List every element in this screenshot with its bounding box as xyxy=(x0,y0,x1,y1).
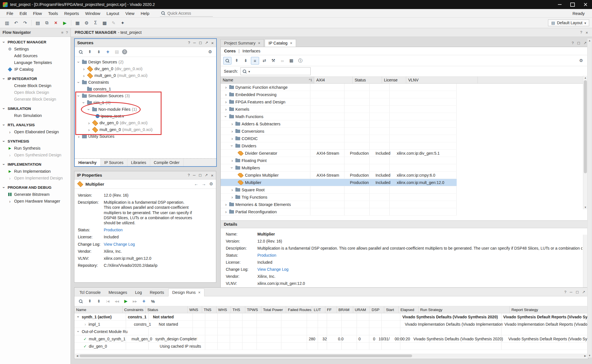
flownav-section-project-manager[interactable]: PROJECT MANAGER xyxy=(0,39,70,46)
restore-defaults-icon[interactable] xyxy=(260,57,268,64)
customize-icon[interactable] xyxy=(270,57,277,64)
catalog-row-divider-generator[interactable]: Divider Generator AXI4-Stream Production… xyxy=(221,150,457,157)
column-tns[interactable]: TNS xyxy=(202,306,217,313)
subtab-interfaces[interactable]: Interfaces xyxy=(242,49,260,53)
delete-icon[interactable] xyxy=(52,19,60,27)
scroll-up-icon[interactable]: ▲ xyxy=(583,76,587,79)
catalog-category-math-functions[interactable]: Math Functions xyxy=(221,113,457,120)
flownav-item-open-implemented-design[interactable]: Open Implemented Design xyxy=(0,175,70,181)
close-icon[interactable] xyxy=(211,41,214,45)
tab-design-runs[interactable]: Design Runs xyxy=(168,288,204,296)
scroll-up-icon[interactable]: ▲ xyxy=(587,39,592,42)
reports-icon[interactable] xyxy=(34,19,42,27)
column-tpws[interactable]: TPWS xyxy=(245,306,261,313)
step-back-icon[interactable] xyxy=(113,298,121,305)
workspace-scrollbar[interactable]: ▲ ▼ xyxy=(587,38,592,358)
flownav-item-generate-bitstream[interactable]: Generate Bitstream xyxy=(0,191,70,198)
catalog-category-multipliers[interactable]: Multipliers xyxy=(221,164,457,172)
quick-access-input[interactable] xyxy=(167,11,205,16)
file-icon[interactable] xyxy=(113,48,121,56)
column-report-strategy[interactable]: Report Strategy xyxy=(510,306,588,313)
tree-item-ipcore-test-v[interactable]: ipcore_test.v xyxy=(75,113,216,119)
chevron-right-icon[interactable] xyxy=(230,159,234,162)
scroll-down-icon[interactable]: ▼ xyxy=(583,206,587,209)
tree-item-constraints[interactable]: Constraints xyxy=(75,79,216,86)
catalog-category-embedded[interactable]: Embedded Processing xyxy=(221,91,457,98)
flownav-section-program-and-debug[interactable]: PROGRAM AND DEBUG xyxy=(0,184,70,191)
minimize-icon[interactable] xyxy=(193,173,195,178)
column-lut[interactable]: LUT xyxy=(312,306,325,313)
maximize-icon[interactable] xyxy=(205,173,208,178)
flownav-item-create-block-design[interactable]: Create Block Design xyxy=(0,82,70,89)
tree-item-utility-sources[interactable]: Utility Sources xyxy=(75,133,216,140)
undo-icon[interactable] xyxy=(12,19,20,27)
info-icon[interactable] xyxy=(297,57,304,64)
column-name[interactable]: Name ^1 xyxy=(221,77,314,83)
close-icon[interactable] xyxy=(586,30,588,35)
column-dsp[interactable]: DSP xyxy=(370,306,384,313)
menu-layout[interactable]: Layout xyxy=(103,10,122,17)
chevron-right-icon[interactable] xyxy=(83,322,87,326)
debug-probe-icon[interactable] xyxy=(118,19,127,27)
skip-to-start-icon[interactable] xyxy=(104,298,112,305)
maximize-icon[interactable] xyxy=(584,41,587,45)
layout-selector[interactable]: Default Layout xyxy=(548,19,589,26)
minimize-icon[interactable] xyxy=(570,290,572,294)
column-run-strategy[interactable]: Run Strategy xyxy=(419,306,510,313)
minimize-icon[interactable] xyxy=(193,41,196,45)
add-sources-icon[interactable] xyxy=(104,48,112,56)
chevron-right-icon[interactable] xyxy=(224,203,228,206)
column-axi4[interactable]: AXI4 xyxy=(314,77,353,83)
flownav-section-ip-integrator[interactable]: IP INTEGRATOR xyxy=(0,75,70,82)
percent-toggle-icon[interactable] xyxy=(149,298,157,305)
flownav-item-open-elaborated-design[interactable]: Open Elaborated Design xyxy=(0,128,70,135)
help-icon[interactable] xyxy=(572,41,574,45)
status-link[interactable]: Production xyxy=(104,227,193,232)
chevron-down-icon[interactable] xyxy=(77,60,81,64)
catalog-category-memories[interactable]: Memories & Storage Elements xyxy=(221,201,457,208)
float-icon[interactable] xyxy=(199,173,202,178)
chevron-down-icon[interactable] xyxy=(230,144,234,148)
copy-icon[interactable] xyxy=(43,19,51,27)
column-failed-routes[interactable]: Failed Routes xyxy=(286,306,312,313)
dashboard-icon[interactable] xyxy=(73,19,82,27)
table-view-icon[interactable] xyxy=(288,57,295,64)
chevron-right-icon[interactable] xyxy=(230,122,234,126)
catalog-category-dividers[interactable]: Dividers xyxy=(221,142,457,150)
column-license[interactable]: License xyxy=(382,77,406,83)
chevron-down-icon[interactable] xyxy=(77,94,81,98)
menu-tools[interactable]: Tools xyxy=(45,10,61,17)
flownav-item-open-block-design[interactable]: Open Block Design xyxy=(0,89,70,96)
help-icon[interactable] xyxy=(580,30,582,35)
help-icon[interactable] xyxy=(188,41,190,45)
tab-project-summary[interactable]: Project Summary xyxy=(220,39,264,47)
flownav-section-simulation[interactable]: SIMULATION xyxy=(0,105,70,112)
status-link[interactable]: Production xyxy=(257,253,276,258)
catalog-category-adders[interactable]: Adders & Subtracters xyxy=(221,120,457,128)
close-icon[interactable] xyxy=(258,41,260,45)
tab-ip-sources[interactable]: IP Sources xyxy=(101,159,127,166)
expand-all-icon[interactable] xyxy=(95,298,103,305)
run-row-mult-gen-synth[interactable]: mult_gen_0_synth_1 mult_gen_0 synth_desi… xyxy=(74,335,588,343)
column-elapsed[interactable]: Elapsed xyxy=(399,306,418,313)
dock-icon[interactable] xyxy=(61,30,63,35)
search-icon[interactable] xyxy=(223,57,231,65)
chevron-right-icon[interactable] xyxy=(230,195,234,199)
run-icon[interactable] xyxy=(61,19,69,27)
search-icon[interactable] xyxy=(77,48,85,56)
hierarchy-view-icon[interactable] xyxy=(251,57,259,65)
tab-tcl-console[interactable]: Tcl Console xyxy=(76,289,104,296)
chevron-right-icon[interactable] xyxy=(230,129,234,133)
close-button[interactable] xyxy=(579,0,592,9)
catalog-category-dfx[interactable]: Dynamic Function eXchange xyxy=(221,84,457,91)
edit-icon[interactable] xyxy=(109,19,118,27)
tree-item-non-module-files[interactable]: Non-module Files (1) xyxy=(75,106,216,113)
flownav-item-settings[interactable]: Settings xyxy=(0,46,70,52)
flownav-item-language-templates[interactable]: Language Templates xyxy=(0,59,70,66)
flownav-item-run-synthesis[interactable]: Run Synthesis xyxy=(0,145,70,152)
catalog-category-conversions[interactable]: Conversions xyxy=(221,128,457,135)
run-row-synth-1[interactable]: synth_1 (active) constrs_1 Not started V… xyxy=(74,313,588,321)
scroll-down-icon[interactable]: ▼ xyxy=(587,354,592,357)
column-bram[interactable]: BRAM xyxy=(337,306,353,313)
run-row-ooc-group[interactable]: Out-of-Context Module Runs xyxy=(74,328,588,335)
